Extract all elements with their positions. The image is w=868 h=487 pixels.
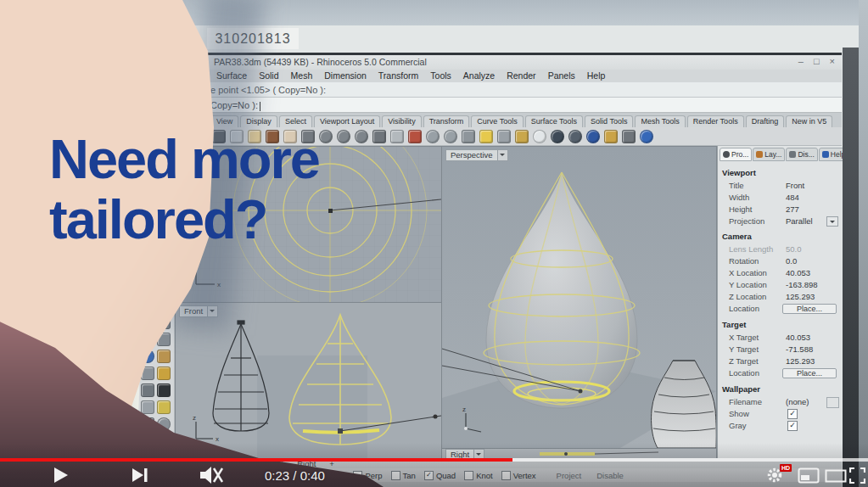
hd-badge: HD [780, 464, 792, 472]
minimize-icon[interactable]: – [798, 56, 804, 66]
prop-yloc-value[interactable]: -163.898 [786, 280, 818, 289]
prop-width-value[interactable]: 484 [786, 193, 799, 202]
menu-item-panels[interactable]: Panels [548, 70, 575, 81]
funnel-icon[interactable] [157, 400, 171, 414]
toolbar-tab-new-in-v5[interactable]: New in V5 [786, 115, 832, 127]
hourglass-icon[interactable] [157, 367, 171, 380]
time-display: 0:23 / 0:40 [265, 468, 325, 483]
zoom-extents-icon[interactable] [372, 130, 386, 143]
toolbar-tab-curve-tools[interactable]: Curve Tools [471, 115, 523, 127]
prop-projection-label: Projection [729, 216, 764, 226]
theater-mode-icon[interactable] [825, 469, 847, 483]
play-icon[interactable] [51, 466, 70, 484]
lock-icon[interactable] [497, 130, 511, 143]
section-wallpaper: Wallpaper [722, 384, 760, 394]
back-view-icon[interactable] [408, 130, 422, 143]
menu-item-dimension[interactable]: Dimension [324, 70, 367, 81]
caption-overlay: Need more tailored? [49, 129, 319, 249]
rotate-icon[interactable] [444, 130, 457, 143]
zoom-window-icon[interactable] [337, 130, 350, 143]
toolbar-tab-visibility[interactable]: Visibility [382, 115, 421, 127]
place-target-button[interactable]: Place... [782, 368, 837, 378]
toolbar-tab-solid-tools[interactable]: Solid Tools [585, 115, 633, 127]
prop-xtgt-label: X Target [729, 333, 759, 342]
prop-lens-value: 50.0 [786, 244, 802, 254]
menu-item-solid[interactable]: Solid [259, 70, 278, 81]
menu-item-tools[interactable]: Tools [430, 70, 451, 81]
svg-text:z: z [462, 406, 466, 413]
prop-filename-value[interactable]: (none) [786, 397, 809, 406]
svg-text:x: x [216, 435, 219, 443]
menu-item-help[interactable]: Help [587, 70, 606, 81]
zoom-icon[interactable] [319, 130, 333, 143]
maximize-icon[interactable]: □ [814, 56, 820, 66]
gray-checkbox[interactable]: ✓ [787, 421, 798, 431]
par38-bulb [652, 361, 716, 448]
layers-icon [756, 151, 763, 158]
split-icon[interactable] [141, 400, 154, 414]
toolbar-tab-viewport-layout[interactable]: Viewport Layout [314, 115, 380, 127]
prop-width-label: Width [729, 193, 749, 202]
text-caret [260, 102, 260, 111]
check-icon[interactable] [157, 383, 171, 397]
progress-bar[interactable] [0, 458, 868, 462]
set-view-icon[interactable] [462, 130, 475, 143]
toolbar-tab-select[interactable]: Select [279, 115, 312, 127]
toolbar-tab-drafting[interactable]: Drafting [746, 115, 785, 127]
prop-ztgt-value[interactable]: 125.293 [786, 356, 815, 366]
viewport-perspective[interactable]: Perspective [441, 146, 717, 449]
rotate-view-icon[interactable] [426, 130, 440, 143]
next-icon[interactable] [131, 467, 149, 484]
tab-layers[interactable]: Lay... [753, 148, 785, 161]
prop-projection-value[interactable]: Parallel [786, 216, 813, 226]
toolbar-tab-mesh-tools[interactable]: Mesh Tools [635, 115, 685, 127]
prop-xtgt-value[interactable]: 40.053 [786, 333, 810, 342]
prop-show-label: Show [729, 409, 749, 418]
lamp-icon[interactable] [479, 130, 493, 143]
miniplayer-icon[interactable] [798, 467, 820, 484]
place-camera-button[interactable]: Place... [782, 304, 837, 314]
fullscreen-icon[interactable] [849, 467, 865, 484]
sphere-render-icon[interactable] [586, 130, 600, 143]
menu-item-mesh[interactable]: Mesh [291, 70, 313, 81]
mute-icon[interactable] [199, 465, 224, 485]
prop-yloc-label: Y Location [729, 280, 767, 289]
close-icon[interactable]: × [830, 56, 835, 66]
browse-file-button[interactable] [826, 397, 839, 408]
toolbar-tab-render-tools[interactable]: Render Tools [687, 115, 744, 127]
toolbar-tab-surface-tools[interactable]: Surface Tools [525, 115, 583, 127]
toolbar-tab-transform[interactable]: Transform [423, 115, 470, 127]
prop-zloc-value[interactable]: 125.293 [786, 292, 815, 301]
material-icon[interactable] [604, 130, 618, 143]
link-icon[interactable] [622, 130, 636, 143]
perspective-viewport-label[interactable]: Perspective [445, 149, 508, 161]
prop-gray-label: Gray [729, 421, 747, 430]
prop-ytgt-label: Y Target [729, 344, 759, 354]
sphere-dark-icon[interactable] [551, 130, 564, 143]
help-globe-icon[interactable] [640, 130, 653, 143]
prop-height-value[interactable]: 277 [786, 204, 799, 214]
prop-title-value[interactable]: Front [786, 181, 804, 190]
zoom-selected-icon[interactable] [355, 130, 368, 143]
trim-icon[interactable] [141, 383, 154, 397]
menu-item-render[interactable]: Render [507, 70, 535, 81]
prop-rotation-value[interactable]: 0.0 [786, 256, 797, 266]
prop-ytgt-value[interactable]: -71.588 [786, 344, 813, 354]
sphere-shaded-icon[interactable] [568, 130, 582, 143]
menu-item-transform[interactable]: Transform [378, 70, 418, 81]
section-camera: Camera [722, 232, 752, 241]
menu-item-analyze[interactable]: Analyze [463, 70, 495, 81]
properties-panel: Pro... Lay... Dis... Help View [717, 146, 842, 487]
curve-tool-icon[interactable] [157, 350, 171, 363]
tab-display[interactable]: Dis... [786, 148, 817, 161]
front-axis-icon: z x [193, 414, 219, 443]
sphere-light-icon[interactable] [533, 130, 546, 143]
prop-xloc-value[interactable]: 40.053 [786, 268, 810, 277]
show-checkbox[interactable]: ✓ [787, 409, 798, 419]
tab-properties[interactable]: Pro... [720, 148, 752, 161]
projection-dropdown[interactable] [826, 216, 838, 227]
prop-ztgt-label: Z Target [729, 356, 759, 366]
prop-title-label: Title [729, 181, 744, 190]
shell-icon[interactable] [515, 130, 529, 143]
viewport-layout-icon[interactable] [390, 130, 404, 143]
